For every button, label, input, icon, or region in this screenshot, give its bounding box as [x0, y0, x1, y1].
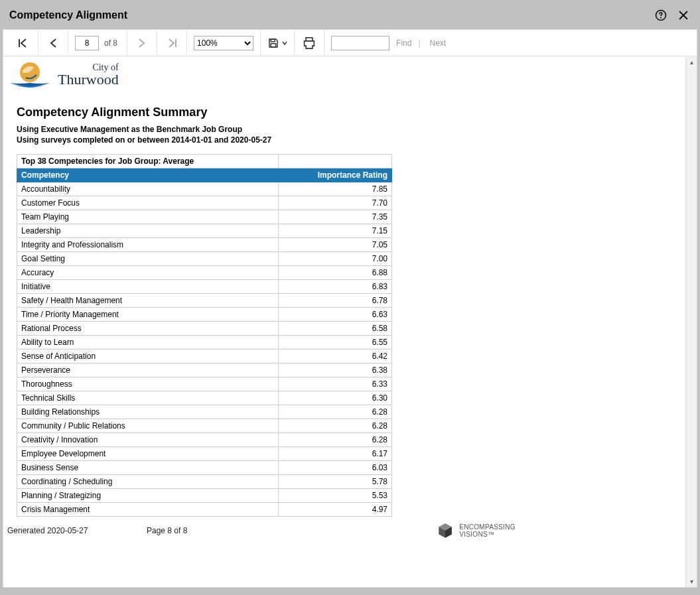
table-row: Crisis Management4.97 — [17, 503, 392, 517]
prev-page-button[interactable] — [45, 35, 61, 51]
table-row: Perseverance6.38 — [17, 364, 392, 377]
competency-name: Planning / Strategizing — [17, 489, 279, 503]
save-button[interactable] — [267, 35, 287, 51]
logo-line2: Thurwood — [58, 72, 119, 87]
find-next-button[interactable]: Next — [430, 38, 447, 48]
table-row: Integrity and Professionalism7.05 — [17, 238, 392, 252]
competency-name: Perseverance — [17, 364, 279, 377]
competency-name: Initiative — [17, 280, 279, 294]
scroll-down-icon[interactable]: ▾ — [686, 576, 697, 587]
competency-name: Community / Public Relations — [17, 419, 279, 433]
window-title: Competency Alignment — [9, 9, 127, 21]
competency-rating: 6.30 — [279, 391, 392, 405]
brand-logo: ENCOMPASSING VISIONS™ — [266, 522, 686, 539]
find-button[interactable]: Find — [396, 38, 411, 48]
table-row: Time / Priority Management6.63 — [17, 308, 392, 322]
first-page-button[interactable] — [15, 35, 31, 51]
competency-name: Customer Focus — [17, 196, 279, 210]
scroll-up-icon[interactable]: ▴ — [686, 56, 697, 68]
competency-table: Top 38 Competencies for Job Group: Avera… — [17, 154, 392, 517]
report-title: Competency Alignment Summary — [17, 105, 683, 119]
competency-name: Rational Process — [17, 322, 279, 336]
competency-rating: 7.70 — [279, 196, 392, 210]
table-row: Ability to Learn6.55 — [17, 336, 392, 350]
table-row: Safety / Health Management6.78 — [17, 294, 392, 308]
report-subtitle-1: Using Executive Management as the Benchm… — [17, 125, 683, 134]
competency-rating: 6.03 — [279, 461, 392, 475]
competency-name: Building Relationships — [17, 405, 279, 419]
table-row: Business Sense6.03 — [17, 461, 392, 475]
print-button[interactable] — [301, 35, 317, 51]
close-icon[interactable] — [676, 8, 691, 23]
competency-name: Goal Setting — [17, 252, 279, 266]
competency-rating: 7.85 — [279, 182, 392, 196]
title-bar: Competency Alignment — [3, 3, 697, 29]
table-row: Building Relationships6.28 — [17, 405, 392, 419]
table-row: Technical Skills6.30 — [17, 391, 392, 405]
table-row: Customer Focus7.70 — [17, 196, 392, 210]
competency-rating: 6.17 — [279, 447, 392, 461]
help-icon[interactable] — [654, 8, 668, 23]
competency-name: Crisis Management — [17, 503, 279, 517]
table-row: Community / Public Relations6.28 — [17, 419, 392, 433]
competency-name: Coordinating / Scheduling — [17, 475, 279, 489]
report-viewer: of 8 100% — [3, 29, 697, 588]
last-page-button[interactable] — [164, 35, 180, 51]
competency-name: Ability to Learn — [17, 336, 279, 350]
competency-name: Safety / Health Management — [17, 294, 279, 308]
competency-rating: 6.88 — [279, 266, 392, 280]
table-row: Leadership7.15 — [17, 224, 392, 238]
competency-rating: 6.28 — [279, 405, 392, 419]
competency-name: Sense of Anticipation — [17, 350, 279, 364]
competency-rating: 6.55 — [279, 336, 392, 350]
competency-rating: 6.38 — [279, 364, 392, 377]
competency-name: Creativity / Innovation — [17, 433, 279, 447]
table-row: Team Playing7.35 — [17, 210, 392, 224]
table-row: Rational Process6.58 — [17, 322, 392, 336]
competency-rating: 5.78 — [279, 475, 392, 489]
competency-name: Leadership — [17, 224, 279, 238]
org-logo: City of Thurwood — [7, 58, 119, 92]
competency-rating: 6.58 — [279, 322, 392, 336]
next-page-button[interactable] — [134, 35, 150, 51]
competency-rating: 6.33 — [279, 377, 392, 391]
generated-label: Generated 2020-05-27 — [7, 526, 140, 535]
table-row: Accountability7.85 — [17, 182, 392, 196]
table-row: Creativity / Innovation6.28 — [17, 433, 392, 447]
competency-rating: 6.83 — [279, 280, 392, 294]
competency-name: Integrity and Professionalism — [17, 238, 279, 252]
page-number-input[interactable] — [75, 36, 99, 50]
table-row: Thoroughness6.33 — [17, 377, 392, 391]
competency-name: Time / Priority Management — [17, 308, 279, 322]
report-page: City of Thurwood Competency Alignment Su… — [3, 56, 697, 542]
table-row: Coordinating / Scheduling5.78 — [17, 475, 392, 489]
table-caption: Top 38 Competencies for Job Group: Avera… — [17, 155, 279, 168]
svg-rect-2 — [271, 39, 275, 42]
table-row: Accuracy6.88 — [17, 266, 392, 280]
page-of-label: of 8 — [104, 38, 117, 48]
zoom-select[interactable]: 100% — [194, 36, 253, 50]
page-indicator: Page 8 of 8 — [147, 526, 259, 535]
competency-rating: 6.28 — [279, 419, 392, 433]
competency-name: Business Sense — [17, 461, 279, 475]
competency-rating: 6.42 — [279, 350, 392, 364]
competency-name: Team Playing — [17, 210, 279, 224]
competency-rating: 7.00 — [279, 252, 392, 266]
search-input[interactable] — [331, 36, 389, 50]
competency-name: Technical Skills — [17, 391, 279, 405]
table-row: Goal Setting7.00 — [17, 252, 392, 266]
vertical-scrollbar[interactable]: ▴ ▾ — [685, 56, 697, 587]
col-rating: Importance Rating — [279, 168, 392, 182]
competency-rating: 7.05 — [279, 238, 392, 252]
competency-name: Accuracy — [17, 266, 279, 280]
competency-name: Employee Development — [17, 447, 279, 461]
competency-rating: 7.15 — [279, 224, 392, 238]
svg-point-1 — [660, 17, 662, 19]
table-row: Planning / Strategizing5.53 — [17, 489, 392, 503]
svg-rect-3 — [271, 43, 276, 46]
viewer-toolbar: of 8 100% — [3, 30, 697, 56]
table-row: Employee Development6.17 — [17, 447, 392, 461]
table-row: Sense of Anticipation6.42 — [17, 350, 392, 364]
report-footer: Generated 2020-05-27 Page 8 of 8 ENCOMPA… — [3, 517, 697, 542]
competency-rating: 4.97 — [279, 503, 392, 517]
